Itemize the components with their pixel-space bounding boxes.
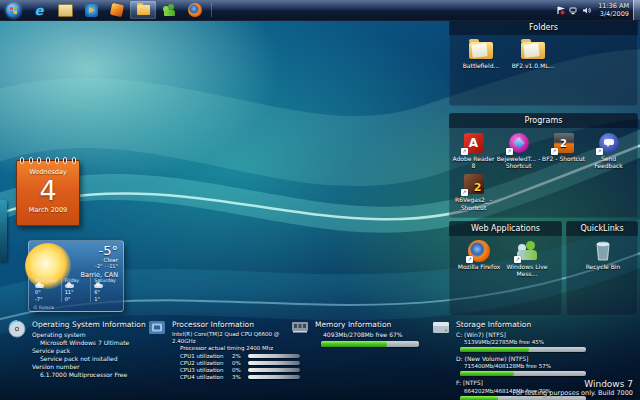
processor-model: Intel(R) Core(TM)2 Quad CPU Q6600 @ 2.40… [172,331,300,345]
drive-usage-bar [460,371,586,376]
memory-info-title: Memory Information [315,320,419,329]
calendar-gadget[interactable]: Wednesday 4 March 2009 [16,160,80,226]
cpu-usage-bar [248,361,300,365]
os-row-value: Service pack not installed [40,355,146,363]
weather-attribution: © Foreca [33,305,54,310]
taskbar: e 11:36 AM 3/4/2009 [0,0,640,21]
folder-icon [521,42,545,59]
forecast-day-1[interactable]: Thursday 0° -7° [32,277,61,302]
fence-quicklinks-title[interactable]: QuickLinks [566,221,638,236]
recycle-bin-icon [594,240,612,262]
build-watermark: Windows 7 For testing purposes only. Bui… [512,379,633,397]
weather-high-low: -2° · -11° [81,263,118,269]
sidebar-handle[interactable] [0,200,7,262]
notes-button[interactable] [52,1,78,19]
cpu-utilization-row: CPU2 utilization 0% [180,359,300,366]
drive-usage-text: 715400Mb/408128Mb free 57% [464,363,586,370]
notes-icon [58,4,73,17]
drive-name: C: (Win7) [NTFS] [456,331,586,339]
taskbar-apps: e [0,0,215,20]
folder-icon [137,5,150,15]
storage-drive-icon [432,320,450,335]
desktop-item-firefox[interactable]: ↗ Mozilla Firefox [455,240,503,277]
memory-info-panel: Memory Information 4093Mb/2708Mb free 67… [291,320,426,347]
desktop-item-battlefield-folder[interactable]: Battlefield... [455,39,507,69]
fence-quicklinks: QuickLinks Recycle Bin [566,221,638,316]
os-disc-icon [8,320,26,338]
weather-gadget[interactable]: -5° Clear -2° · -11° Barrie, CAN Thursda… [28,240,124,312]
shortcut-arrow-icon: ↗ [514,256,521,263]
watermark-os-name: Windows 7 [512,379,633,389]
fence-folders: Folders Battlefield... BF2.v1.0.ML... [449,20,638,106]
calendar-month-year: March 2009 [17,206,79,214]
shortcut-arrow-icon: ↗ [506,148,513,155]
network-icon[interactable] [569,6,578,15]
desktop-item-bf2-shortcut[interactable]: 2↗ BF2 - Shortcut [541,132,586,169]
desktop-item-r6vegas2[interactable]: 2↗ R6Vegas2_ - Shortcut [451,173,496,210]
os-row-value: 6.1.7000 Multiprocessor Free [40,371,146,379]
os-info-title: Operating System Information [32,320,146,329]
taskbar-clock[interactable]: 11:36 AM 3/4/2009 [598,2,629,18]
firefox-button[interactable] [182,1,208,19]
snow-icon [35,284,44,288]
forecast-day-3[interactable]: Saturday 6° 1° [90,277,120,302]
internet-explorer-button[interactable]: e [26,1,52,19]
processor-timing: Processor actual timing 2400 Mhz [180,345,300,352]
media-player-button[interactable] [78,1,104,19]
cpu-utilization-row: CPU3 utilization 0% [180,366,300,373]
cpu-chip-icon [148,320,166,336]
processor-info-title: Processor Information [172,320,300,329]
desktop-item-adobe-reader[interactable]: A↗ Adobe Reader 8 [451,132,496,169]
action-center-flag-icon[interactable] [556,6,565,15]
cloud-icon [65,284,74,288]
media-player-icon [85,4,98,17]
os-row-label: Version number [32,363,146,371]
firefox-icon [188,3,202,17]
orange-app-button[interactable] [104,1,130,19]
start-button[interactable] [0,1,26,19]
storage-info-title: Storage Information [456,320,586,329]
cpu-usage-bar [248,368,300,372]
shortcut-arrow-icon: ↗ [461,148,468,155]
messenger-icon [163,4,176,17]
forecast-day-2[interactable]: Friday 11° 0° [61,277,91,302]
fence-web-applications: Web Applications ↗ Mozilla Firefox ↗ Win… [449,221,562,316]
windows-orb-icon [6,3,21,18]
taskbar-separator [211,3,212,17]
show-desktop-button[interactable] [633,0,640,20]
drive-usage-bar [460,347,586,352]
weather-current-temp: -5° [81,244,118,257]
shortcut-arrow-icon: ↗ [596,148,603,155]
fence-web-applications-title[interactable]: Web Applications [449,221,562,236]
desktop-item-bf2-folder[interactable]: BF2.v1.0.ML... [507,39,559,69]
explorer-button-active[interactable] [130,1,156,19]
messenger-button[interactable] [156,1,182,19]
cloud-icon [94,284,103,288]
folder-icon [469,42,493,59]
cpu-utilization-row: CPU4 utilization 3% [180,373,300,380]
shortcut-arrow-icon: ↗ [466,256,473,263]
cpu-usage-bar [248,354,300,358]
orange-app-icon [110,3,124,17]
desktop-item-recycle-bin[interactable]: Recycle Bin [575,240,631,270]
fence-programs-title[interactable]: Programs [449,113,638,128]
cpu-utilization-row: CPU1 utilization 2% [180,352,300,359]
cpu-usage-bar [248,375,300,379]
calendar-spiral [20,157,76,164]
fence-folders-title[interactable]: Folders [449,20,638,35]
calendar-day: 4 [17,176,79,206]
desktop: e 11:36 AM 3/4/2009 Folders [0,0,640,400]
desktop-item-bejeweled[interactable]: ↗ BejeweledT... - Shortcut [496,132,541,169]
weather-forecast: Thursday 0° -7° Friday 11° 0° Saturday 6… [32,277,120,302]
fence-programs: Programs A↗ Adobe Reader 8 ↗ BejeweledT.… [449,113,638,218]
memory-ram-icon [291,320,309,334]
desktop-item-send-feedback[interactable]: ↗ Send Feedback [586,132,631,169]
clock-date: 3/4/2009 [598,10,629,18]
volume-icon[interactable] [582,6,592,15]
os-info-panel: Operating System Information Operating s… [8,320,148,380]
os-row-label: Operating system [32,331,146,339]
taskbar-tray: 11:36 AM 3/4/2009 [556,0,640,20]
desktop-item-live-messenger[interactable]: ↗ Windows Live Mess... [503,240,551,277]
shortcut-arrow-icon: ↗ [461,189,468,196]
memory-usage-bar [321,341,419,347]
